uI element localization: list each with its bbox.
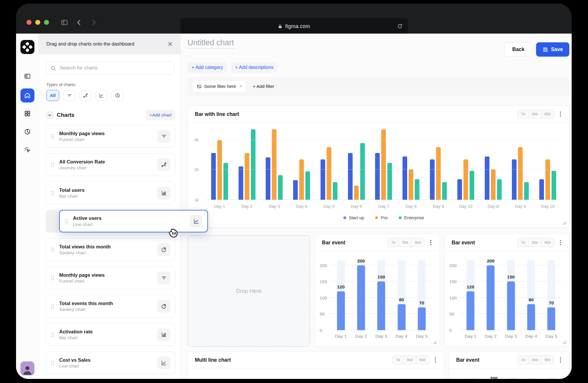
sidebar-item-charts[interactable] xyxy=(20,125,34,139)
chart-card-total-views-this-month[interactable]: Total views this month Sankey chart xyxy=(46,238,175,261)
type-filter-line-chart-icon[interactable] xyxy=(96,90,107,101)
resize-handle[interactable] xyxy=(562,340,566,344)
bar-enterprise[interactable] xyxy=(442,182,447,200)
chart-card-cost-vs-sales[interactable]: Cost vs Sales Line chart xyxy=(46,351,175,374)
timeframe-7d-button[interactable]: 7d xyxy=(393,356,403,364)
bar-pro[interactable] xyxy=(354,186,359,200)
filter-chip[interactable]: Some filter here × xyxy=(193,81,246,92)
drag-handle-icon[interactable] xyxy=(51,276,54,280)
resize-handle[interactable] xyxy=(433,340,437,344)
drag-handle-icon[interactable] xyxy=(51,332,54,337)
window-sidebar-icon[interactable] xyxy=(60,18,69,27)
timeframe-30d-button[interactable]: 30d xyxy=(528,238,541,247)
bar[interactable] xyxy=(507,281,515,330)
kebab-menu-icon[interactable] xyxy=(559,110,562,118)
legend-item[interactable]: Start up xyxy=(343,215,364,220)
bar-enterprise[interactable] xyxy=(497,179,502,200)
drag-handle-icon[interactable] xyxy=(51,248,54,252)
bar-pro[interactable] xyxy=(217,140,222,200)
bar-enterprise[interactable] xyxy=(387,163,392,200)
bar-enterprise[interactable] xyxy=(415,179,419,200)
bar-enterprise[interactable] xyxy=(552,171,556,200)
timeframe-60d-button[interactable]: 60d xyxy=(541,356,554,364)
bar-enterprise[interactable] xyxy=(360,143,365,200)
bar-pro[interactable] xyxy=(272,129,276,200)
bar-start-up[interactable] xyxy=(266,157,270,200)
bar[interactable] xyxy=(487,265,495,330)
remove-filter-icon[interactable]: × xyxy=(239,84,242,89)
drag-handle-icon[interactable] xyxy=(51,304,54,309)
close-window-button[interactable] xyxy=(27,20,32,25)
type-filter-funnel-icon[interactable] xyxy=(64,90,75,101)
bar-pro[interactable] xyxy=(491,169,496,200)
timeframe-30d-button[interactable]: 30d xyxy=(398,238,411,247)
bar-start-up[interactable] xyxy=(485,156,489,200)
bar-start-up[interactable] xyxy=(293,180,298,200)
dragged-card-active-users[interactable]: Active users Line chart xyxy=(59,210,208,232)
chart-card-monthly-page-views[interactable]: Monthly page views Funnel chart xyxy=(46,267,175,289)
bar-enterprise[interactable] xyxy=(333,182,337,200)
bar-start-up[interactable] xyxy=(402,156,407,200)
bar-pro[interactable] xyxy=(245,153,249,200)
bar-pro[interactable] xyxy=(518,147,523,200)
bar-start-up[interactable] xyxy=(239,166,243,200)
browser-back-icon[interactable] xyxy=(75,18,83,27)
bar[interactable] xyxy=(357,265,365,330)
bar-start-up[interactable] xyxy=(512,159,517,200)
browser-forward-icon[interactable] xyxy=(89,18,98,27)
type-filter-pie-chart-icon[interactable] xyxy=(112,90,123,101)
chart-card-activation-rate[interactable]: Activation rate Bar chart xyxy=(46,323,175,346)
type-filter-journey-icon[interactable] xyxy=(80,90,91,101)
address-bar[interactable]: figma.com xyxy=(180,18,408,34)
bar-start-up[interactable] xyxy=(211,153,216,200)
sidebar-item-events[interactable] xyxy=(20,143,34,157)
type-filter-all[interactable]: All xyxy=(46,90,59,101)
kebab-menu-icon[interactable] xyxy=(434,356,437,364)
bar-start-up[interactable] xyxy=(430,159,435,200)
chevron-down-icon[interactable] xyxy=(46,111,54,119)
bar[interactable] xyxy=(467,291,475,330)
kebab-menu-icon[interactable] xyxy=(429,239,433,246)
minimize-window-button[interactable] xyxy=(35,20,40,25)
legend-item[interactable]: Pro xyxy=(375,215,387,220)
timeframe-60d-button[interactable]: 60d xyxy=(541,110,554,118)
bar[interactable] xyxy=(377,281,385,330)
legend-item[interactable]: Enterprise xyxy=(399,215,424,220)
chart-card-all-conversion-rate[interactable]: All Conversion Rate Journey chart xyxy=(46,153,175,176)
bar-enterprise[interactable] xyxy=(278,175,283,200)
bar-enterprise[interactable] xyxy=(524,182,529,200)
kebab-menu-icon[interactable] xyxy=(559,239,562,246)
timeframe-7d-button[interactable]: 7d xyxy=(388,238,398,247)
bar-start-up[interactable] xyxy=(348,153,353,200)
timeframe-30d-button[interactable]: 30d xyxy=(528,110,541,118)
refresh-icon[interactable] xyxy=(397,23,403,29)
chart-card-monthly-page-views[interactable]: Monthly page views Funnel chart xyxy=(46,125,175,148)
chart-card-total-users[interactable]: Total users Bar chart xyxy=(46,182,175,204)
timeframe-60d-button[interactable]: 60d xyxy=(416,356,429,364)
add-filter-button[interactable]: + Add filter xyxy=(253,84,274,89)
bar-pro[interactable] xyxy=(381,129,386,200)
search-input[interactable] xyxy=(59,65,170,71)
page-title[interactable]: Untitled chart xyxy=(188,38,234,49)
timeframe-60d-button[interactable]: 60d xyxy=(411,238,424,247)
timeframe-60d-button[interactable]: 60d xyxy=(541,238,554,247)
bar-start-up[interactable] xyxy=(321,159,325,200)
sidebar-item-dashboards[interactable] xyxy=(20,107,34,121)
add-descriptions-button[interactable]: + Add descriptions xyxy=(231,62,277,73)
add-category-button[interactable]: + Add category xyxy=(188,62,227,73)
timeframe-7d-button[interactable]: 7d xyxy=(518,110,528,118)
add-chart-button[interactable]: +Add chart xyxy=(146,110,175,120)
bar-start-up[interactable] xyxy=(457,179,462,200)
bar-pro[interactable] xyxy=(409,169,413,200)
bar[interactable] xyxy=(527,304,535,330)
drag-handle-icon[interactable] xyxy=(51,134,54,139)
drop-zone[interactable]: Drop Here xyxy=(188,235,310,347)
timeframe-7d-button[interactable]: 7d xyxy=(518,238,528,247)
bar[interactable] xyxy=(337,291,345,330)
fullscreen-window-button[interactable] xyxy=(44,20,49,25)
bar[interactable] xyxy=(547,307,555,330)
app-logo[interactable] xyxy=(20,40,34,54)
bar-enterprise[interactable] xyxy=(251,129,256,200)
bar-start-up[interactable] xyxy=(539,179,544,200)
kebab-menu-icon[interactable] xyxy=(559,356,562,364)
